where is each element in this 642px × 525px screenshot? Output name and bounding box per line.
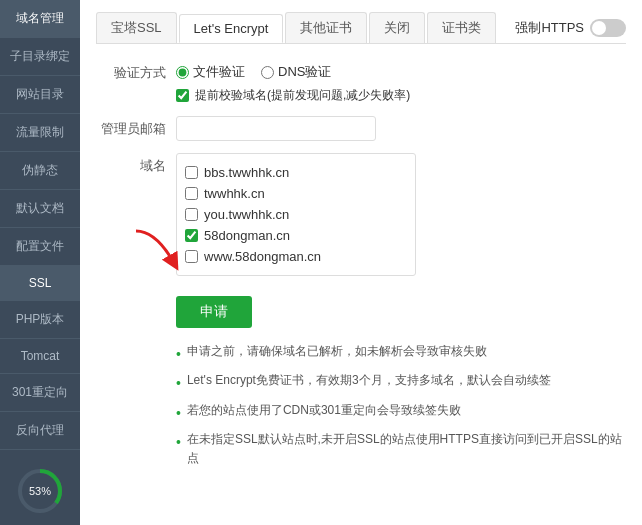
radio-dns-input[interactable]: [261, 66, 274, 79]
domain-label: 域名: [96, 153, 176, 175]
tab-letsencrypt[interactable]: Let's Encrypt: [179, 14, 284, 43]
domain-item-www58: www.58dongman.cn: [185, 246, 407, 267]
domain-control: bbs.twwhhk.cn twwhhk.cn you.twwhhk.cn 58…: [176, 153, 626, 276]
tab-close[interactable]: 关闭: [369, 12, 425, 43]
radio-file[interactable]: 文件验证: [176, 63, 245, 81]
note-item-2: • 若您的站点使用了CDN或301重定向会导致续签失败: [176, 401, 626, 424]
main-content: 宝塔SSL Let's Encrypt 其他证书 关闭 证书类 强制HTTPS …: [80, 0, 642, 525]
note-bullet-1: •: [176, 372, 181, 394]
precheck-row: 提前校验域名(提前发现问题,减少失败率): [176, 87, 626, 104]
email-control: [176, 116, 626, 141]
precheck-checkbox[interactable]: [176, 89, 189, 102]
sidebar-item-proxy[interactable]: 反向代理: [0, 412, 80, 450]
svg-text:53%: 53%: [29, 485, 51, 497]
sidebar-item-webdir[interactable]: 网站目录: [0, 76, 80, 114]
sidebar-item-php[interactable]: PHP版本: [0, 301, 80, 339]
domain-row: 域名 bbs.twwhhk.cn twwhhk.cn you.twwhhk.cn: [96, 153, 626, 276]
sidebar-item-redirect[interactable]: 301重定向: [0, 374, 80, 412]
email-row: 管理员邮箱: [96, 116, 626, 141]
radio-dns[interactable]: DNS验证: [261, 63, 331, 81]
sidebar-item-subdir[interactable]: 子目录绑定: [0, 38, 80, 76]
sidebar-item-flowlimit[interactable]: 流量限制: [0, 114, 80, 152]
radio-group: 文件验证 DNS验证: [176, 60, 626, 81]
domain-checkbox-bbs[interactable]: [185, 166, 198, 179]
progress-circle: 53%: [16, 467, 64, 515]
verify-row: 验证方式 文件验证 DNS验证 提前校验域名(提前发现问题,减少失败率): [96, 60, 626, 104]
radio-file-input[interactable]: [176, 66, 189, 79]
email-input[interactable]: [176, 116, 376, 141]
force-https-toggle[interactable]: [590, 19, 626, 37]
tab-other[interactable]: 其他证书: [285, 12, 367, 43]
domain-item-you: you.twwhhk.cn: [185, 204, 407, 225]
apply-button[interactable]: 申请: [176, 296, 252, 328]
tab-certtype[interactable]: 证书类: [427, 12, 496, 43]
domain-checkbox-www58[interactable]: [185, 250, 198, 263]
sidebar-item-static[interactable]: 伪静态: [0, 152, 80, 190]
domain-item-bbs: bbs.twwhhk.cn: [185, 162, 407, 183]
precheck-label: 提前校验域名(提前发现问题,减少失败率): [195, 87, 410, 104]
verify-label: 验证方式: [96, 60, 176, 82]
sidebar-item-domain[interactable]: 域名管理: [0, 0, 80, 38]
domain-checkbox-you[interactable]: [185, 208, 198, 221]
force-https-container: 强制HTTPS: [515, 19, 626, 37]
domain-checkbox-58dongman[interactable]: [185, 229, 198, 242]
note-bullet-3: •: [176, 431, 181, 453]
sidebar-item-ssl[interactable]: SSL: [0, 266, 80, 301]
domain-item-58dongman: 58dongman.cn: [185, 225, 407, 246]
note-bullet-2: •: [176, 402, 181, 424]
verify-options: 文件验证 DNS验证 提前校验域名(提前发现问题,减少失败率): [176, 60, 626, 104]
sidebar-item-config[interactable]: 配置文件: [0, 228, 80, 266]
note-item-1: • Let's Encrypt免费证书，有效期3个月，支持多域名，默认会自动续签: [176, 371, 626, 394]
sidebar-item-tomcat[interactable]: Tomcat: [0, 339, 80, 374]
email-label: 管理员邮箱: [96, 116, 176, 138]
note-bullet-0: •: [176, 343, 181, 365]
sidebar-item-default[interactable]: 默认文档: [0, 190, 80, 228]
domain-checkbox-twwhhk[interactable]: [185, 187, 198, 200]
note-item-0: • 申请之前，请确保域名已解析，如未解析会导致审核失败: [176, 342, 626, 365]
domain-box: bbs.twwhhk.cn twwhhk.cn you.twwhhk.cn 58…: [176, 153, 416, 276]
domain-item-twwhhk: twwhhk.cn: [185, 183, 407, 204]
sidebar: 域名管理 子目录绑定 网站目录 流量限制 伪静态 默认文档 配置文件 SSL P…: [0, 0, 80, 525]
tabs-bar: 宝塔SSL Let's Encrypt 其他证书 关闭 证书类 强制HTTPS: [96, 12, 626, 44]
notes-section: • 申请之前，请确保域名已解析，如未解析会导致审核失败 • Let's Encr…: [96, 342, 626, 469]
note-item-3: • 在未指定SSL默认站点时,未开启SSL的站点使用HTTPS直接访问到已开启S…: [176, 430, 626, 468]
tab-baota[interactable]: 宝塔SSL: [96, 12, 177, 43]
progress-container: 53%: [0, 457, 80, 525]
force-https-label: 强制HTTPS: [515, 19, 584, 37]
